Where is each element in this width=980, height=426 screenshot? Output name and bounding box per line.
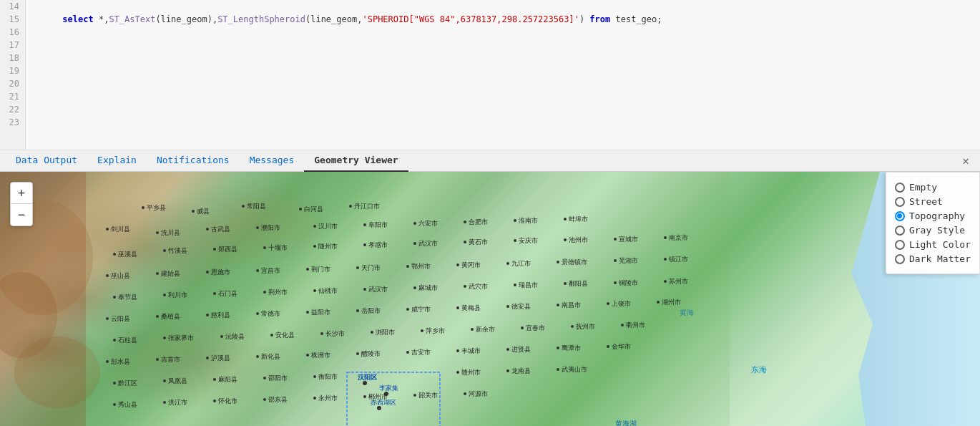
tab-explain-label: Explain bbox=[97, 155, 137, 165]
code-line-16 bbox=[31, 26, 974, 39]
code-line-19 bbox=[31, 64, 974, 77]
style-empty-label: Empty bbox=[909, 182, 937, 193]
close-button[interactable]: ✕ bbox=[959, 154, 973, 168]
style-street-label: Street bbox=[909, 196, 943, 207]
style-light-label: Light Color bbox=[909, 239, 971, 250]
tab-messages-label: Messages bbox=[250, 155, 295, 165]
style-topography-label: Topography bbox=[909, 210, 965, 221]
style-option-topography[interactable]: Topography bbox=[895, 210, 971, 221]
tab-data-output-label: Data Output bbox=[16, 155, 77, 165]
map-style-panel: Empty Street Topography Gray Style Light… bbox=[886, 172, 980, 274]
string-spheroid: 'SPHEROID["WGS 84",6378137,298.257223563… bbox=[362, 14, 579, 24]
map-topography bbox=[0, 172, 980, 426]
style-option-light[interactable]: Light Color bbox=[895, 239, 971, 250]
line-numbers: 14 15 16 17 18 19 20 21 22 23 bbox=[0, 0, 26, 150]
tab-data-output[interactable]: Data Output bbox=[6, 150, 87, 172]
keyword-select: select bbox=[62, 14, 93, 24]
tab-geometry-viewer-label: Geometry Viewer bbox=[314, 155, 398, 165]
fn-stastext: ST_AsText bbox=[109, 14, 155, 24]
zoom-controls: + − bbox=[10, 182, 33, 226]
style-dark-label: Dark Matter bbox=[909, 253, 971, 264]
style-option-empty[interactable]: Empty bbox=[895, 182, 971, 193]
zoom-out-button[interactable]: − bbox=[11, 204, 32, 226]
radio-light bbox=[895, 240, 905, 250]
code-line-18 bbox=[31, 52, 974, 64]
tab-bar: Data Output Explain Notifications Messag… bbox=[0, 150, 980, 172]
code-line-17 bbox=[31, 39, 974, 52]
tab-notifications-label: Notifications bbox=[157, 155, 230, 165]
code-text: (line_geom, bbox=[305, 14, 362, 24]
zoom-in-button[interactable]: + bbox=[11, 183, 32, 204]
style-gray-label: Gray Style bbox=[909, 225, 965, 236]
code-text: test_geo; bbox=[610, 14, 662, 24]
radio-topography bbox=[895, 211, 905, 221]
radio-gray bbox=[895, 226, 905, 236]
code-line-21 bbox=[31, 90, 974, 103]
radio-dark bbox=[895, 254, 905, 264]
code-editor[interactable]: 14 15 16 17 18 19 20 21 22 23 select *,S… bbox=[0, 0, 980, 150]
tab-messages[interactable]: Messages bbox=[240, 150, 305, 172]
code-line-22 bbox=[31, 103, 974, 116]
code-content[interactable]: select *,ST_AsText(line_geom),ST_LengthS… bbox=[26, 0, 980, 150]
fn-stlength: ST_LengthSpheroid bbox=[217, 14, 305, 24]
tab-geometry-viewer[interactable]: Geometry Viewer bbox=[304, 150, 408, 172]
style-option-dark[interactable]: Dark Matter bbox=[895, 253, 971, 264]
code-text: *, bbox=[94, 14, 109, 24]
radio-street bbox=[895, 197, 905, 207]
tab-notifications[interactable]: Notifications bbox=[147, 150, 240, 172]
map-container[interactable]: .city { font-size: 9px; fill: #222; font… bbox=[0, 172, 980, 426]
code-text: (line_geom), bbox=[155, 14, 217, 24]
keyword-from: from bbox=[589, 14, 610, 24]
tab-explain[interactable]: Explain bbox=[87, 150, 147, 172]
radio-empty bbox=[895, 183, 905, 193]
code-line-20 bbox=[31, 77, 974, 90]
style-option-street[interactable]: Street bbox=[895, 196, 971, 207]
code-line-23 bbox=[31, 116, 974, 129]
code-text: ) bbox=[579, 14, 589, 24]
code-line-14: select *,ST_AsText(line_geom),ST_LengthS… bbox=[31, 0, 974, 13]
style-option-gray[interactable]: Gray Style bbox=[895, 225, 971, 236]
